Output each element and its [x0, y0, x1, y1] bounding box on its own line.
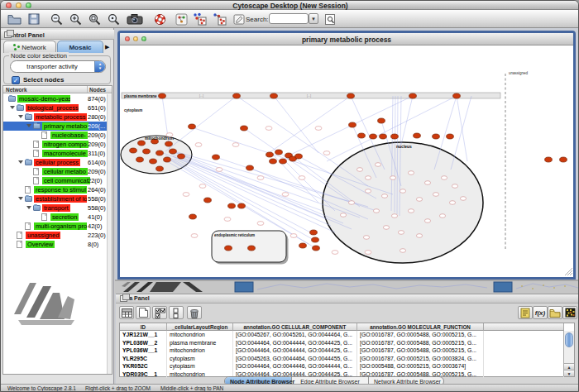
table-cell[interactable]: cytoplasm	[167, 362, 233, 370]
network-node[interactable]	[370, 134, 377, 139]
table-cell[interactable]: [GO:0005488, GO:0005215, GO:0003674]	[357, 362, 484, 370]
network-node[interactable]	[313, 246, 320, 251]
table-cell[interactable]: [GO:0044464, GO:0044444, GO:0044425, G..…	[233, 339, 357, 347]
network-edge[interactable]	[401, 96, 413, 145]
nucleus-node[interactable]	[416, 198, 422, 202]
table-row[interactable]: YLR295Ccytoplasm[GO:0045263, GO:0044464,…	[120, 355, 565, 363]
help-lifesaver-button[interactable]	[151, 12, 168, 26]
expander-icon[interactable]	[26, 124, 31, 127]
attribute-table-button[interactable]	[119, 306, 134, 319]
network-node-small[interactable]	[216, 168, 223, 172]
zoom-fit-button[interactable]	[105, 12, 122, 26]
network-node[interactable]	[270, 159, 277, 164]
network-node[interactable]	[156, 151, 164, 155]
zoom-out-button[interactable]	[48, 12, 65, 26]
network-node[interactable]	[213, 155, 220, 160]
table-scrollbar-thumb[interactable]	[565, 332, 573, 347]
tree-row[interactable]: multi-organism pro42(0)	[3, 222, 112, 231]
network-node[interactable]	[270, 93, 278, 98]
resize-grip-icon[interactable]	[570, 273, 572, 275]
column-header[interactable]: annotation.GO MOLECULAR_FUNCTION	[357, 323, 484, 331]
tree-row-label[interactable]: cellular process	[34, 159, 80, 166]
network-view-window[interactable]: primary metabolic process plasma membran…	[117, 31, 576, 280]
expander-icon[interactable]	[10, 106, 15, 109]
zoom-selected-button[interactable]	[86, 12, 103, 26]
network-node[interactable]	[130, 148, 137, 153]
network-node[interactable]	[280, 159, 287, 164]
expander-icon[interactable]	[18, 197, 23, 200]
nucleus-node[interactable]	[375, 163, 380, 167]
save-session-button[interactable]	[26, 12, 42, 26]
nucleus-node[interactable]	[400, 249, 405, 253]
tree-row[interactable]: biological_process651(0)	[3, 103, 112, 112]
network-node[interactable]	[358, 133, 366, 138]
tree-row[interactable]: cellular metabo209(0)	[3, 167, 112, 176]
tree-row[interactable]: cellular process614(0)	[3, 158, 112, 167]
tree-row-label[interactable]: establishment of lo	[34, 195, 87, 203]
network-node[interactable]	[347, 93, 355, 98]
table-row[interactable]: YPL036W__1mitochondrion[GO:0044464, GO:0…	[120, 347, 565, 355]
expander-icon[interactable]	[18, 115, 23, 118]
expander-icon[interactable]	[26, 206, 31, 209]
table-cell[interactable]: [GO:0045263, GO:0044464, GO:0044455, G..…	[233, 355, 357, 363]
network-node-small[interactable]	[183, 193, 189, 197]
annotation-button[interactable]	[231, 12, 247, 26]
tab-mosaic[interactable]: Mosaic	[57, 41, 103, 53]
table-cell[interactable]	[484, 347, 564, 355]
network-node[interactable]	[246, 165, 254, 170]
network-node[interactable]	[409, 93, 417, 98]
network-node[interactable]	[380, 134, 387, 139]
network-view-button[interactable]	[173, 12, 189, 26]
tree-row-label[interactable]: transport	[42, 204, 70, 212]
nucleus-node[interactable]	[365, 189, 371, 194]
network-node-small[interactable]	[232, 143, 239, 147]
select-attributes-button[interactable]	[152, 306, 167, 319]
tree-row[interactable]: primary metabo209(...	[3, 122, 112, 131]
tab-scroll-right-button[interactable]: ▶	[105, 43, 112, 51]
network-node[interactable]	[225, 246, 232, 251]
network-node-small[interactable]	[195, 143, 202, 147]
table-row[interactable]: YPL036W__2plasma membrane[GO:0044464, GO…	[120, 339, 565, 347]
advanced-search-button[interactable]	[322, 12, 338, 26]
nucleus-node[interactable]	[449, 201, 455, 205]
nucleus-node[interactable]	[373, 209, 379, 213]
network-node-small[interactable]	[323, 151, 330, 155]
resize-grip-icon[interactable]	[567, 270, 572, 275]
tree-row-label[interactable]: metabolic process	[34, 113, 87, 121]
nucleus-node[interactable]	[400, 189, 405, 194]
nucleus-node[interactable]	[439, 214, 445, 218]
network-node-small[interactable]	[191, 234, 198, 238]
delete-attribute-button[interactable]	[187, 306, 202, 319]
tree-row[interactable]: nucleobase-209(0)	[3, 131, 112, 140]
table-cell[interactable]: [GO:0016787, GO:0005488, GO:0005215, G..…	[357, 347, 484, 355]
network-node-small[interactable]	[257, 222, 264, 226]
expander-icon[interactable]	[18, 160, 23, 164]
table-row[interactable]: YKR052Ccytoplasm[GO:0044464, GO:0044446,…	[120, 362, 565, 370]
table-cell[interactable]: [GO:0045267, GO:0045261, GO:0044464, G..…	[233, 331, 357, 339]
network-node[interactable]	[275, 150, 283, 155]
network-node-small[interactable]	[224, 218, 231, 222]
nucleus-node[interactable]	[365, 176, 371, 180]
tree-row[interactable]: mosaic-demo-yeast874(0)	[3, 94, 112, 103]
tree-row-label[interactable]: primary metabo	[42, 122, 89, 130]
tree-row[interactable]: unassigned223(0)	[3, 231, 112, 240]
table-cell[interactable]	[484, 355, 564, 363]
new-network-from-selected-edges-button[interactable]	[211, 12, 227, 26]
network-node-small[interactable]	[365, 251, 371, 255]
network-node[interactable]	[156, 166, 164, 171]
formula-fx-button[interactable]: f(x)	[533, 306, 548, 319]
tree-row-label[interactable]: mosaic-demo-yeast	[17, 95, 70, 103]
zoom-in-button[interactable]	[67, 12, 84, 26]
network-edge[interactable]	[457, 96, 467, 161]
table-cell[interactable]: cytoplasm	[167, 355, 233, 363]
table-cell[interactable]: YDR039C__1	[120, 370, 167, 379]
network-edge[interactable]	[237, 96, 368, 186]
network-node-small[interactable]	[290, 234, 297, 238]
nucleus-node[interactable]	[363, 236, 369, 240]
network-node[interactable]	[241, 126, 248, 131]
table-cell[interactable]	[484, 339, 564, 347]
tree-row-label[interactable]: response to stimul	[34, 186, 87, 194]
table-cell[interactable]: mitochondrion	[167, 331, 233, 339]
network-node[interactable]	[545, 157, 553, 162]
table-cell[interactable]	[484, 362, 564, 370]
